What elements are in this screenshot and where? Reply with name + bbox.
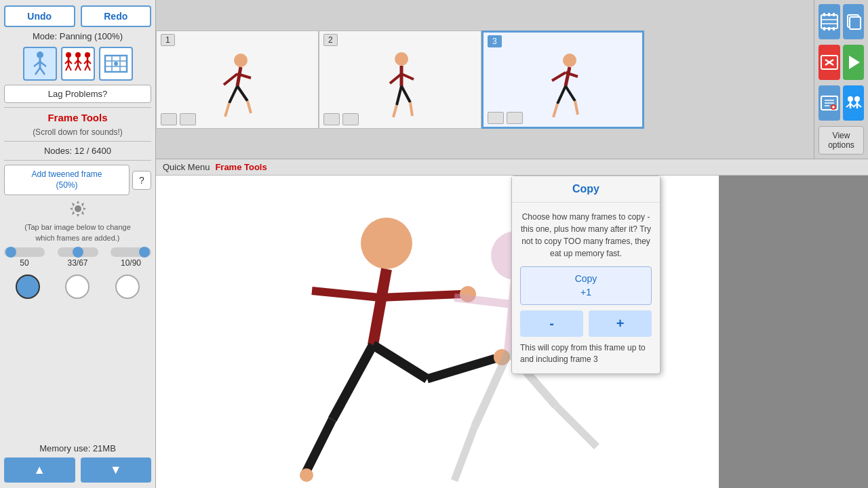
popup-note: This will copy from this frame up to and… — [512, 337, 660, 365]
slider2-track[interactable] — [58, 247, 98, 257]
play-icon — [844, 53, 863, 72]
svg-point-30 — [75, 205, 81, 212]
top-buttons: Undo Redo — [4, 5, 151, 27]
toolbar-btn-delete[interactable] — [818, 45, 840, 80]
frame-1-icon2[interactable] — [180, 113, 196, 125]
slider1-thumb[interactable] — [5, 247, 16, 258]
slider3-val: 10/90 — [121, 258, 141, 268]
svg-line-35 — [229, 86, 237, 103]
toolbar-btn-4[interactable] — [843, 85, 865, 121]
scroll-up-button[interactable]: ▲ — [4, 458, 75, 483]
svg-rect-59 — [823, 27, 825, 30]
redo-button[interactable]: Redo — [81, 5, 152, 27]
frame-3[interactable]: 3 — [481, 30, 644, 129]
svg-line-54 — [575, 101, 578, 115]
toolbar-btn-3[interactable] — [818, 85, 840, 121]
undo-button[interactable]: Undo — [4, 5, 75, 27]
arrow-buttons: ▲ ▼ — [4, 458, 151, 483]
sidebar: Undo Redo Mode: Panning (100%) — [0, 0, 156, 488]
quick-menu-label: Quick Menu — [163, 162, 210, 172]
copy-popup: Copy Choose how many frames to copy - th… — [511, 176, 660, 374]
popup-minus-button[interactable]: - — [520, 310, 583, 337]
slider1-track[interactable] — [4, 247, 45, 257]
popup-copy-button[interactable]: Copy +1 — [520, 266, 652, 305]
sliders-row: 50 33/67 10/90 — [4, 247, 151, 268]
svg-line-98 — [454, 298, 512, 304]
svg-point-6 — [66, 52, 71, 58]
frame-2-icon1[interactable] — [323, 113, 340, 125]
svg-line-100 — [475, 352, 509, 426]
frame-3-icon1[interactable] — [488, 112, 504, 124]
popup-inc-row: - + — [520, 310, 652, 337]
svg-rect-60 — [828, 27, 830, 30]
svg-line-45 — [393, 105, 397, 117]
svg-line-11 — [68, 65, 71, 70]
svg-line-37 — [225, 103, 229, 117]
filmstrip: 1 — [156, 30, 814, 129]
toolbar-btn-1[interactable] — [818, 4, 840, 39]
slider2-thumb[interactable] — [73, 247, 83, 258]
svg-rect-65 — [850, 17, 861, 29]
svg-line-51 — [557, 86, 566, 104]
svg-line-32 — [237, 67, 241, 86]
svg-line-16 — [75, 65, 78, 70]
svg-point-77 — [848, 96, 853, 102]
frame-1[interactable]: 1 — [156, 30, 319, 129]
svg-line-42 — [401, 74, 414, 79]
svg-line-87 — [312, 291, 380, 298]
tool-group[interactable] — [61, 47, 95, 81]
quick-menu-highlight[interactable]: Frame Tools — [215, 162, 267, 172]
color-dots — [4, 274, 151, 299]
copy-icon — [844, 12, 863, 31]
delete-icon — [820, 53, 839, 72]
color-dot-blue[interactable] — [16, 274, 40, 299]
toolbar-btn-play[interactable] — [843, 45, 865, 80]
memory-label: Memory use: 21MB — [39, 443, 116, 453]
svg-line-49 — [552, 73, 566, 81]
lag-problems-button[interactable]: Lag Problems? — [4, 85, 151, 103]
frame-2-number: 2 — [323, 34, 338, 46]
frame-2-icon2[interactable] — [342, 113, 359, 125]
svg-line-22 — [85, 65, 87, 70]
add-tweened-button[interactable]: Add tweened frame (50%) — [4, 165, 130, 195]
svg-point-81 — [854, 96, 860, 102]
frame-1-icons — [161, 113, 196, 125]
add-tweened-row: Add tweened frame (50%) ? — [4, 165, 151, 195]
svg-point-12 — [75, 52, 81, 58]
svg-line-92 — [373, 345, 427, 379]
frame-tools-title: Frame Tools — [47, 112, 107, 123]
tool-person[interactable] — [23, 47, 57, 81]
svg-line-23 — [87, 65, 90, 70]
help-button[interactable]: ? — [132, 171, 151, 190]
slider3-track[interactable] — [111, 247, 151, 257]
svg-line-48 — [566, 67, 570, 86]
svg-marker-69 — [849, 56, 860, 69]
svg-line-4 — [35, 68, 40, 75]
scroll-down-button[interactable]: ▼ — [81, 458, 152, 483]
frame-1-icon1[interactable] — [161, 113, 177, 125]
right-toolbar: View options — [814, 0, 868, 159]
frame-2[interactable]: 2 — [319, 30, 481, 129]
toolbar-btn-copy[interactable] — [843, 4, 865, 39]
svg-line-101 — [454, 426, 475, 481]
popup-plus-button[interactable]: + — [589, 310, 652, 337]
popup-title: Copy — [512, 176, 660, 203]
frame-3-icon2[interactable] — [507, 112, 523, 124]
right-panel — [719, 176, 868, 488]
slider3-thumb[interactable] — [139, 247, 150, 258]
svg-rect-58 — [833, 13, 835, 16]
tool-grid[interactable] — [99, 47, 133, 81]
slider1-val: 50 — [20, 258, 28, 268]
frame-2-stickman — [373, 52, 427, 120]
svg-point-29 — [114, 62, 118, 66]
main-area: 1 — [156, 0, 868, 488]
mode-label: Mode: Panning (100%) — [33, 31, 123, 41]
tap-hint: (Tap bar image below to change which fra… — [24, 222, 131, 243]
svg-point-95 — [300, 468, 313, 482]
frame-tools-sub: (Scroll down for sounds!) — [33, 127, 123, 137]
color-dot-white[interactable] — [65, 274, 90, 299]
view-options-button[interactable]: View options — [818, 126, 864, 155]
gear-icon — [68, 199, 87, 218]
color-dot-white2[interactable] — [115, 274, 140, 299]
frame-3-stickman — [536, 52, 590, 120]
